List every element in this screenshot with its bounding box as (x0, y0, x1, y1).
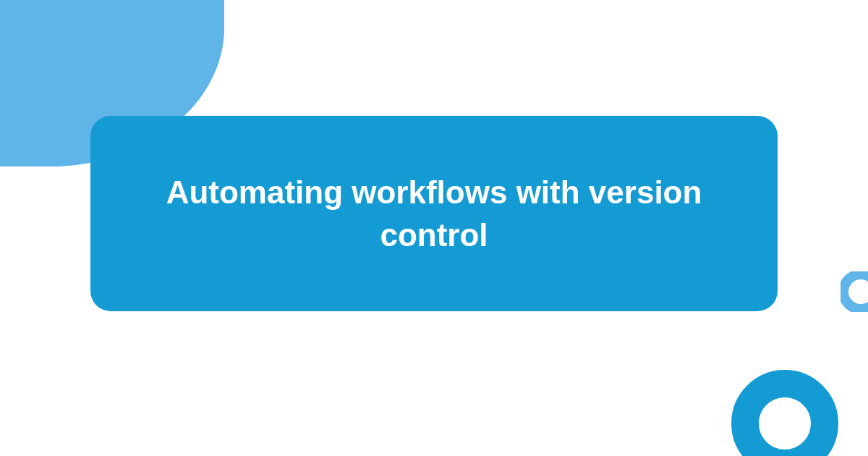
svg-point-5 (843, 274, 868, 309)
title-card: Automating workflows with version contro… (90, 116, 778, 311)
svg-rect-4 (0, 0, 49, 166)
svg-point-6 (745, 384, 825, 456)
decorative-ring-small-icon (841, 271, 868, 312)
decorative-ring-large-icon (731, 369, 839, 456)
card-title: Automating workflows with version contro… (134, 171, 734, 257)
